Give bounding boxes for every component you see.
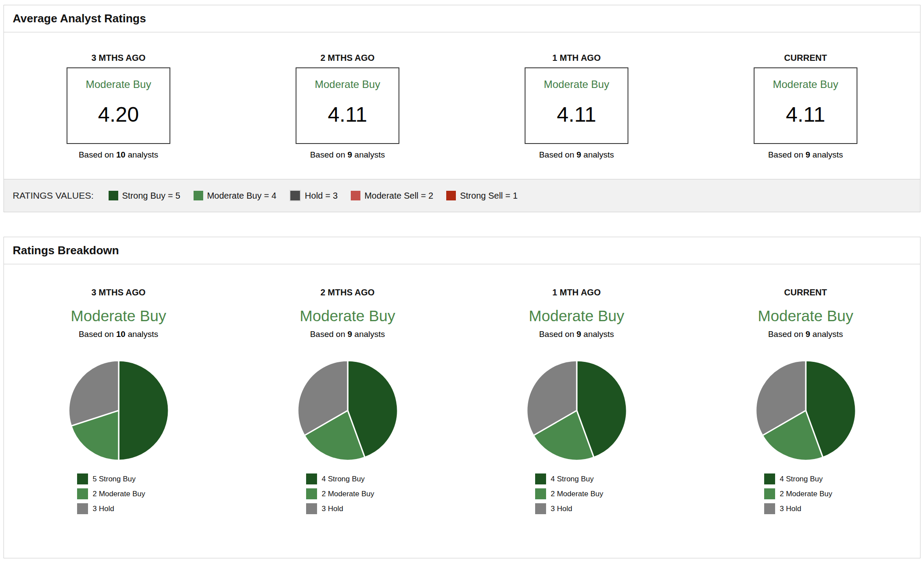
pie-legend-item: 2 Moderate Buy (764, 488, 847, 499)
rating-label: Moderate Buy (315, 78, 380, 91)
based-on-analysts: Based on 10 analysts (79, 150, 159, 160)
avg-column-2mths: 2 MTHS AGO Moderate Buy 4.11 Based on 9 … (233, 53, 462, 160)
panel-title: Average Analyst Ratings (13, 12, 146, 25)
based-prefix: Based on (79, 150, 114, 159)
consensus-rating: Moderate Buy (529, 306, 624, 326)
consensus-rating: Moderate Buy (758, 306, 853, 326)
ratings-value-item: Hold = 3 (289, 190, 338, 201)
based-suffix: analysts (128, 150, 159, 159)
pie-legend-label: 2 Moderate Buy (780, 490, 832, 498)
based-suffix: analysts (583, 150, 614, 159)
pie-legend-item: 4 Strong Buy (535, 473, 618, 484)
based-on-analysts: Based on 9 analysts (310, 329, 385, 339)
based-prefix: Based on (310, 330, 345, 339)
pie-legend-label: 2 Moderate Buy (93, 490, 145, 498)
ratings-value-item: Strong Sell = 1 (446, 191, 518, 201)
average-analyst-ratings-panel: Average Analyst Ratings 3 MTHS AGO Moder… (4, 5, 920, 212)
rating-label: Moderate Buy (544, 78, 609, 91)
pie-legend-swatch (764, 503, 775, 514)
based-prefix: Based on (539, 330, 574, 339)
rating-label: Moderate Buy (773, 78, 838, 91)
ratings-values-items: Strong Buy = 5Moderate Buy = 4Hold = 3Mo… (109, 190, 518, 201)
breakdown-column-1mth: 1 MTH AGO Moderate Buy Based on 9 analys… (462, 287, 691, 514)
rating-value-label: Strong Buy = 5 (122, 191, 180, 201)
ratings-pie-chart (754, 359, 857, 462)
pie-legend-label: 3 Hold (551, 505, 572, 513)
pie-legend-swatch (77, 473, 88, 484)
rating-value-label: Hold = 3 (305, 191, 338, 201)
rating-value-label: Moderate Buy = 4 (207, 191, 276, 201)
pie-legend-item: 3 Hold (535, 503, 618, 514)
rating-value-label: Moderate Sell = 2 (364, 191, 433, 201)
pie-legend-label: 3 Hold (93, 505, 114, 513)
rating-color-swatch (351, 191, 360, 200)
pie-legend-swatch (764, 488, 775, 499)
pie-legend-label: 4 Strong Buy (322, 475, 365, 484)
analyst-count: 9 (577, 150, 582, 159)
pie-legend-label: 3 Hold (322, 505, 343, 513)
ratings-pie-chart (525, 359, 628, 462)
pie-legend-swatch (535, 488, 546, 499)
pie-legend-label: 5 Strong Buy (93, 475, 136, 484)
analyst-count: 9 (348, 150, 353, 159)
pie-svg (525, 359, 628, 462)
rating-color-swatch (446, 191, 456, 200)
pie-svg (296, 359, 399, 462)
based-on-analysts: Based on 9 analysts (768, 150, 843, 160)
pie-legend-swatch (306, 503, 317, 514)
pie-legend-label: 4 Strong Buy (780, 475, 823, 484)
period-label: 2 MTHS AGO (321, 287, 375, 298)
pie-svg (754, 359, 857, 462)
based-on-analysts: Based on 9 analysts (539, 150, 614, 160)
pie-legend-item: 5 Strong Buy (77, 473, 160, 484)
period-label: 3 MTHS AGO (92, 287, 146, 298)
panel-header: Ratings Breakdown (4, 237, 920, 264)
period-label: 1 MTH AGO (552, 287, 600, 298)
score-box: Moderate Buy 4.11 (525, 67, 628, 144)
period-label: 1 MTH AGO (552, 53, 600, 63)
pie-legend-item: 2 Moderate Buy (306, 488, 389, 499)
based-prefix: Based on (310, 150, 345, 159)
average-score: 4.11 (786, 102, 825, 127)
pie-legend-swatch (77, 488, 88, 499)
period-label: 2 MTHS AGO (321, 53, 375, 63)
pie-legend-label: 2 Moderate Buy (322, 490, 374, 498)
breakdown-column-current: CURRENT Moderate Buy Based on 9 analysts… (691, 287, 920, 514)
ratings-value-item: Moderate Buy = 4 (194, 191, 276, 201)
pie-svg (67, 359, 170, 462)
ratings-value-item: Moderate Sell = 2 (351, 191, 433, 201)
analyst-count: 9 (348, 330, 353, 339)
breakdown-columns: 3 MTHS AGO Moderate Buy Based on 10 anal… (4, 264, 920, 558)
pie-legend-swatch (306, 488, 317, 499)
rating-value-label: Strong Sell = 1 (460, 191, 518, 201)
breakdown-column-2mths: 2 MTHS AGO Moderate Buy Based on 9 analy… (233, 287, 462, 514)
based-prefix: Based on (768, 330, 803, 339)
pie-slice (119, 361, 169, 460)
score-box: Moderate Buy 4.11 (754, 67, 857, 144)
analyst-count: 9 (577, 330, 582, 339)
ratings-pie-chart (296, 359, 399, 462)
ratings-values-bar: RATINGS VALUES: Strong Buy = 5Moderate B… (4, 179, 920, 212)
pie-legend-item: 3 Hold (306, 503, 389, 514)
pie-legend: 4 Strong Buy2 Moderate Buy3 Hold (306, 473, 389, 514)
period-label: CURRENT (784, 53, 827, 63)
pie-legend: 4 Strong Buy2 Moderate Buy3 Hold (535, 473, 618, 514)
based-suffix: analysts (128, 330, 159, 339)
page: Average Analyst Ratings 3 MTHS AGO Moder… (0, 0, 924, 561)
consensus-rating: Moderate Buy (71, 306, 166, 326)
pie-legend-label: 4 Strong Buy (551, 475, 594, 484)
pie-legend-swatch (764, 473, 775, 484)
average-score: 4.11 (328, 102, 367, 127)
based-suffix: analysts (354, 150, 385, 159)
average-score: 4.11 (557, 102, 596, 127)
breakdown-column-3mths: 3 MTHS AGO Moderate Buy Based on 10 anal… (4, 287, 233, 514)
panel-header: Average Analyst Ratings (4, 5, 920, 32)
pie-legend-item: 2 Moderate Buy (535, 488, 618, 499)
avg-column-3mths: 3 MTHS AGO Moderate Buy 4.20 Based on 10… (4, 53, 233, 160)
pie-legend-label: 3 Hold (780, 505, 801, 513)
score-box: Moderate Buy 4.11 (296, 67, 399, 144)
rating-color-swatch (289, 190, 301, 201)
pie-legend: 4 Strong Buy2 Moderate Buy3 Hold (764, 473, 847, 514)
analyst-count: 10 (116, 330, 125, 339)
pie-legend-swatch (306, 473, 317, 484)
